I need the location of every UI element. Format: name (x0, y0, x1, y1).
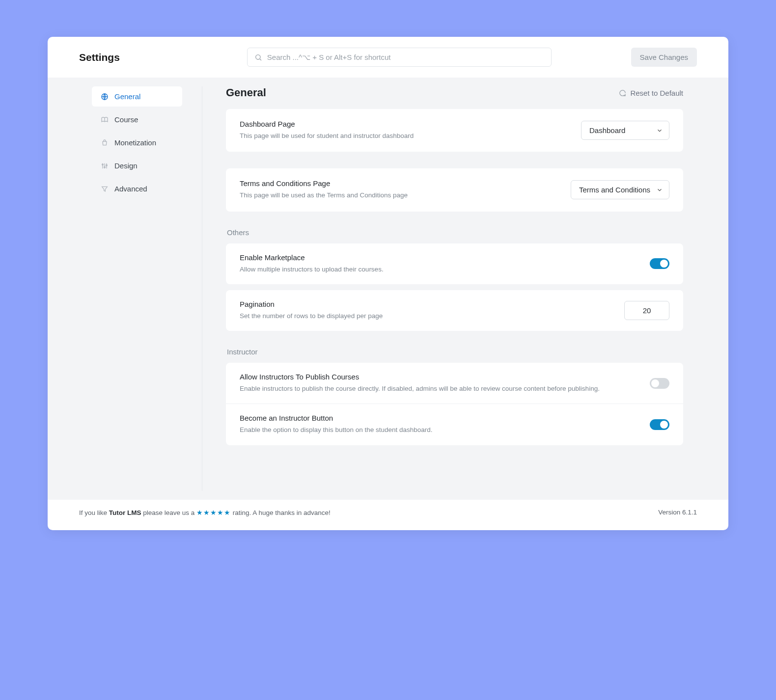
row-desc: This page will be used as the Terms and … (240, 190, 559, 200)
reset-label: Reset to Default (630, 89, 683, 97)
row-desc: Enable instructors to publish the course… (240, 384, 638, 394)
app-window: Settings Save Changes General Course (48, 37, 728, 530)
main-content: General Reset to Default Dashboard Page … (202, 78, 728, 500)
sidebar-item-advanced[interactable]: Advanced (92, 179, 182, 199)
row-desc: Set the number of rows to be displayed p… (240, 311, 612, 321)
sidebar-item-design[interactable]: Design (92, 156, 182, 176)
row-allow-publish: Allow Instructors To Publish Courses Ena… (226, 363, 683, 404)
chevron-down-icon (656, 187, 663, 193)
become-instructor-toggle[interactable] (650, 419, 669, 430)
bag-icon (101, 139, 109, 147)
row-dashboard-page: Dashboard Page This page will be used fo… (226, 109, 683, 152)
row-desc: This page will be used for student and i… (240, 131, 569, 141)
footer-suffix: rating. A huge thanks in advance! (231, 509, 331, 516)
save-changes-button[interactable]: Save Changes (631, 48, 697, 67)
section-label-instructor: Instructor (227, 348, 683, 356)
card-enable-marketplace: Enable Marketplace Allow multiple instru… (226, 243, 683, 284)
row-become-instructor: Become an Instructor Button Enable the o… (226, 404, 683, 445)
terms-page-select[interactable]: Terms and Conditions (571, 180, 669, 199)
topbar: Settings Save Changes (48, 37, 728, 78)
search-input[interactable] (267, 53, 544, 61)
row-desc: Enable the option to display this button… (240, 425, 638, 435)
row-desc: Allow multiple instructors to upload the… (240, 265, 638, 274)
sidebar-item-label: General (114, 92, 140, 101)
body: General Course Monetization Design (48, 78, 728, 500)
book-icon (101, 116, 109, 124)
row-enable-marketplace: Enable Marketplace Allow multiple instru… (226, 243, 683, 284)
row-title: Enable Marketplace (240, 253, 638, 262)
sidebar-item-label: Monetization (114, 138, 156, 147)
card-dashboard-page: Dashboard Page This page will be used fo… (226, 109, 683, 152)
marketplace-toggle[interactable] (650, 258, 669, 269)
card-pagination: Pagination Set the number of rows to be … (226, 290, 683, 331)
rating-stars[interactable]: ★★★★★ (196, 509, 231, 516)
reset-to-default-button[interactable]: Reset to Default (619, 89, 683, 97)
select-value: Terms and Conditions (579, 186, 650, 194)
sidebar-item-label: Design (114, 162, 138, 170)
sidebar-item-course[interactable]: Course (92, 109, 182, 130)
search-icon (254, 54, 262, 61)
search-input-wrap[interactable] (247, 48, 552, 67)
version-label: Version 6.1.1 (658, 509, 697, 516)
sidebar-item-label: Course (114, 115, 138, 124)
footer: If you like Tutor LMS please leave us a … (48, 500, 728, 530)
dashboard-page-select[interactable]: Dashboard (581, 121, 669, 140)
row-title: Terms and Conditions Page (240, 179, 559, 188)
row-terms-page: Terms and Conditions Page This page will… (226, 168, 683, 211)
footer-prefix: If you like (79, 509, 109, 516)
section-label-others: Others (227, 228, 683, 237)
sidebar-item-monetization[interactable]: Monetization (92, 133, 182, 153)
svg-line-1 (260, 59, 261, 60)
row-title: Pagination (240, 300, 612, 308)
row-pagination: Pagination Set the number of rows to be … (226, 290, 683, 331)
section-title: General (226, 86, 266, 99)
pagination-input[interactable] (624, 301, 669, 320)
card-instructor: Allow Instructors To Publish Courses Ena… (226, 363, 683, 445)
row-title: Become an Instructor Button (240, 414, 638, 422)
allow-publish-toggle[interactable] (650, 378, 669, 389)
rotate-icon (619, 89, 626, 97)
footer-message: If you like Tutor LMS please leave us a … (79, 509, 331, 516)
card-terms-page: Terms and Conditions Page This page will… (226, 168, 683, 211)
footer-mid: please leave us a (141, 509, 197, 516)
footer-brand: Tutor LMS (109, 509, 141, 516)
row-title: Dashboard Page (240, 120, 569, 128)
funnel-icon (101, 185, 109, 193)
row-title: Allow Instructors To Publish Courses (240, 373, 638, 381)
sidebar-item-general[interactable]: General (92, 86, 182, 107)
sidebar-item-label: Advanced (114, 185, 147, 193)
main-header: General Reset to Default (226, 86, 683, 99)
svg-point-0 (256, 54, 260, 59)
select-value: Dashboard (589, 126, 625, 135)
sidebar: General Course Monetization Design (48, 78, 202, 500)
page-title: Settings (79, 52, 120, 63)
globe-icon (101, 93, 109, 101)
chevron-down-icon (656, 127, 663, 134)
sliders-icon (101, 162, 109, 170)
